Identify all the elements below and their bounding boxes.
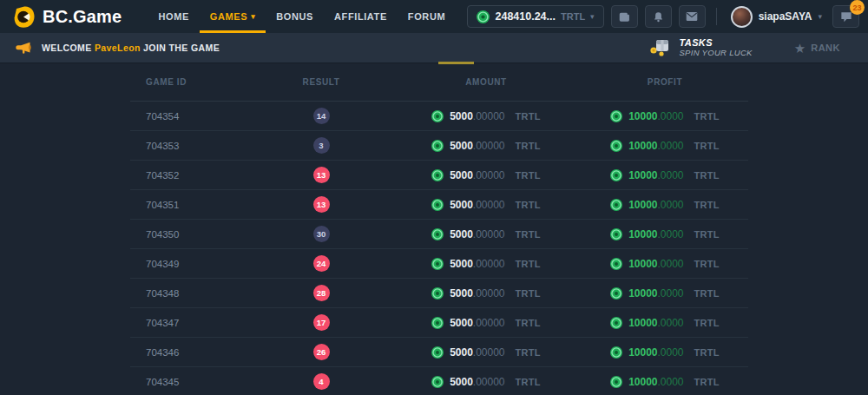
result-badge: 26 [313,344,330,360]
column-header-amount: AMOUNT [391,77,582,87]
table-row[interactable]: 704347 17 5000.00000 TRTL [130,308,748,338]
amount-main: 5000 [450,199,473,211]
game-id: 704347 [130,318,252,328]
table-row[interactable]: 704349 24 5000.00000 TRTL [130,249,748,279]
divider [716,8,717,25]
profit-cell: 10000.0000 TRTL [582,287,748,300]
result-badge: 24 [313,255,330,272]
table-row[interactable]: 704354 14 5000.00000 TRTL [130,102,748,131]
profit-currency: TRTL [694,347,720,358]
banner-right-cluster: TASKS SPIN YOUR LUCK ★ RANK [649,37,852,58]
tasks-title: TASKS [679,37,752,49]
nav-item-affiliate[interactable]: AFFILIATE [324,0,398,33]
game-id: 704346 [130,347,252,358]
table-body: 704354 14 5000.00000 TRTL [130,102,748,395]
profit-main: 10000 [628,140,657,152]
trtl-coin-icon [610,110,622,122]
profit-cell: 10000.0000 TRTL [582,169,748,181]
column-header-profit: PROFIT [582,77,748,87]
star-icon: ★ [794,42,806,55]
profit-decimals: .0000 [658,258,684,270]
profit-main: 10000 [628,199,657,211]
nav-item-bonus[interactable]: BONUS [266,0,324,33]
notifications-button[interactable] [645,5,672,28]
nav-item-home[interactable]: HOME [148,0,199,33]
profit-main: 10000 [628,169,657,181]
user-name: siapaSAYA [759,10,812,23]
bcgame-logo-icon [12,5,36,29]
bets-table: GAME ID RESULT AMOUNT PROFIT 704354 14 5… [130,63,748,395]
amount-currency: TRTL [516,229,541,240]
profit-decimals: .0000 [658,287,684,300]
chevron-down-icon: ▾ [818,12,822,21]
tasks-widget[interactable]: TASKS SPIN YOUR LUCK [649,37,752,58]
amount-cell: 5000.00000 TRTL [391,140,582,152]
nav-item-games[interactable]: GAMES ▾ [200,0,266,33]
balance-amount: 248410.24... [495,10,556,23]
amount-currency: TRTL [516,288,541,299]
amount-decimals: .00000 [473,169,505,181]
result-badge: 4 [313,373,330,390]
trtl-coin-icon [610,317,622,329]
messages-button[interactable] [679,5,706,28]
table-row[interactable]: 704345 4 5000.00000 TRTL [130,367,748,395]
column-header-result: RESULT [252,77,391,87]
trtl-coin-icon [610,228,622,240]
table-row[interactable]: 704351 13 5000.00000 TRTL [130,190,748,220]
profit-currency: TRTL [694,288,720,299]
profit-cell: 10000.0000 TRTL [582,317,748,329]
amount-currency: TRTL [516,377,541,387]
profit-cell: 10000.0000 TRTL [582,199,748,211]
table-header: GAME ID RESULT AMOUNT PROFIT [130,63,748,102]
trtl-coin-icon [431,376,444,388]
result-badge: 28 [313,285,330,301]
trtl-coin-icon [431,287,444,300]
profit-currency: TRTL [694,170,720,181]
profit-main: 10000 [628,258,657,270]
balance-selector[interactable]: 248410.24... TRTL ▾ [467,5,603,28]
trtl-coin-icon [610,258,622,270]
profit-decimals: .0000 [658,110,684,122]
wallet-button[interactable] [611,5,638,28]
trtl-coin-icon [431,199,444,211]
game-id: 704352 [130,170,252,181]
welcome-suffix: JOIN THE GAME [141,43,220,53]
amount-decimals: .00000 [473,258,505,270]
trtl-coin-icon [431,110,444,122]
profit-currency: TRTL [694,141,720,151]
amount-currency: TRTL [516,347,541,358]
profit-decimals: .0000 [658,376,684,388]
brand[interactable]: BC.Game [9,0,125,33]
game-id: 704353 [130,141,252,151]
table-row[interactable]: 704346 26 5000.00000 TRTL [130,338,748,367]
table-row[interactable]: 704352 13 5000.00000 TRTL [130,161,748,190]
table-row[interactable]: 704350 30 5000.00000 TRTL [130,220,748,249]
top-navigation-bar: BC.Game HOME GAMES ▾ BONUS AFFILIATE FOR… [0,0,868,33]
tasks-labels: TASKS SPIN YOUR LUCK [679,37,752,58]
chat-button[interactable]: 23 [832,5,859,28]
table-row[interactable]: 704353 3 5000.00000 TRTL [130,131,748,161]
amount-main: 5000 [450,140,473,152]
trtl-coin-icon [610,287,622,300]
nav-item-forum[interactable]: FORUM [398,0,456,33]
amount-cell: 5000.00000 TRTL [391,376,582,388]
amount-currency: TRTL [516,141,541,151]
wallet-icon [618,11,630,23]
rank-widget[interactable]: ★ RANK [794,42,840,55]
result-badge: 13 [313,167,330,183]
welcome-prefix: WELCOME [42,43,95,53]
profit-decimals: .0000 [658,317,684,329]
amount-decimals: .00000 [473,376,505,388]
user-menu[interactable]: siapaSAYA ▾ [727,6,825,28]
trtl-coin-icon [610,169,622,181]
table-row[interactable]: 704348 28 5000.00000 TRTL [130,279,748,308]
amount-cell: 5000.00000 TRTL [391,169,582,181]
chat-unread-badge: 23 [850,0,865,15]
amount-currency: TRTL [516,170,541,181]
main-nav: HOME GAMES ▾ BONUS AFFILIATE FORUM [148,0,456,33]
result-badge: 30 [313,226,330,242]
trtl-coin-icon [431,169,444,181]
amount-cell: 5000.00000 TRTL [391,199,582,211]
trtl-coin-icon [610,346,622,359]
profit-main: 10000 [628,287,657,300]
